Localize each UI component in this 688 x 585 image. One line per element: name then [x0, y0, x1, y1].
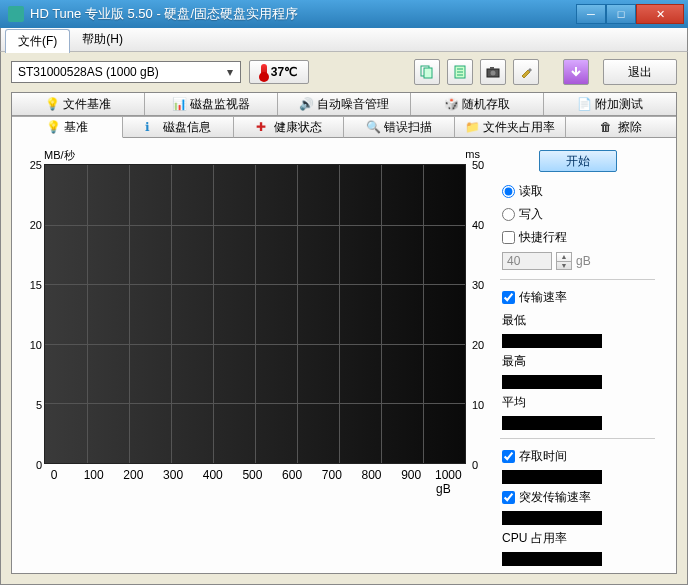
tab-info[interactable]: ℹ磁盘信息 [123, 116, 234, 138]
tab-erase[interactable]: 🗑擦除 [566, 116, 676, 138]
avg-label: 平均 [500, 393, 655, 412]
menu-file[interactable]: 文件(F) [5, 29, 70, 53]
tab-benchmark[interactable]: 💡基准 [12, 116, 123, 138]
screenshot-button[interactable] [480, 59, 506, 85]
svg-rect-1 [424, 68, 432, 78]
app-icon [8, 6, 24, 22]
tab-aam[interactable]: 🔊自动噪音管理 [278, 93, 411, 115]
shortstroke-spinner: ▲▼ [556, 252, 572, 270]
main-panel: 💡文件基准 📊磁盘监视器 🔊自动噪音管理 🎲随机存取 📄附加测试 💡基准 ℹ磁盘… [11, 92, 677, 574]
burst-value [502, 511, 602, 525]
thermometer-icon [261, 64, 267, 80]
dice-icon: 🎲 [444, 97, 458, 111]
shortstroke-input [502, 252, 552, 270]
access-checkbox[interactable] [502, 450, 515, 463]
access-value [502, 470, 602, 484]
sound-icon: 🔊 [299, 97, 313, 111]
bulb-icon: 💡 [46, 120, 60, 134]
min-value [502, 334, 602, 348]
exit-button[interactable]: 退出 [603, 59, 677, 85]
health-icon: ✚ [256, 120, 270, 134]
drive-select-value: ST31000528AS (1000 gB) [18, 65, 222, 79]
tab-disk-monitor[interactable]: 📊磁盘监视器 [145, 93, 278, 115]
shortstroke-check-row[interactable]: 快捷行程 [500, 228, 655, 247]
copy-result-button[interactable] [447, 59, 473, 85]
benchmark-chart: MB/秒 ms 25 20 15 10 5 0 50 40 30 20 10 0… [18, 148, 490, 498]
settings-button[interactable] [513, 59, 539, 85]
trash-icon: 🗑 [600, 120, 614, 134]
burst-checkbox[interactable] [502, 491, 515, 504]
folder-icon: 📁 [465, 120, 479, 134]
write-radio[interactable] [502, 208, 515, 221]
extra-icon: 📄 [577, 97, 591, 111]
y-axis-left-label: MB/秒 [44, 148, 75, 163]
menu-help[interactable]: 帮助(H) [72, 28, 133, 51]
tab-random-access[interactable]: 🎲随机存取 [411, 93, 544, 115]
scan-icon: 🔍 [366, 120, 380, 134]
read-radio-row[interactable]: 读取 [500, 182, 655, 201]
avg-value [502, 416, 602, 430]
tab-folder-usage[interactable]: 📁文件夹占用率 [455, 116, 566, 138]
start-button[interactable]: 开始 [539, 150, 617, 172]
transfer-check-row[interactable]: 传输速率 [500, 288, 655, 307]
svg-rect-5 [490, 67, 494, 69]
info-icon: ℹ [145, 120, 159, 134]
shortstroke-value-row: ▲▼ gB [500, 251, 655, 271]
transfer-checkbox[interactable] [502, 291, 515, 304]
title-bar: HD Tune 专业版 5.50 - 硬盘/固态硬盘实用程序 ─ □ ✕ [0, 0, 688, 28]
max-label: 最高 [500, 352, 655, 371]
cpu-value [502, 552, 602, 566]
chart-canvas [44, 164, 466, 464]
tab-extra-tests[interactable]: 📄附加测试 [544, 93, 676, 115]
maximize-button[interactable]: □ [606, 4, 636, 24]
save-button[interactable] [563, 59, 589, 85]
close-button[interactable]: ✕ [636, 4, 684, 24]
access-check-row[interactable]: 存取时间 [500, 447, 655, 466]
copy-text-button[interactable] [414, 59, 440, 85]
bulb-icon: 💡 [45, 97, 59, 111]
x-axis-ticks: 01002003004005006007008009001000gB [44, 468, 466, 496]
dropdown-icon: ▾ [222, 65, 238, 79]
tab-content: MB/秒 ms 25 20 15 10 5 0 50 40 30 20 10 0… [12, 138, 676, 576]
temperature-display: 37℃ [249, 60, 309, 84]
shortstroke-checkbox[interactable] [502, 231, 515, 244]
toolbar: ST31000528AS (1000 gB) ▾ 37℃ 退出 [1, 52, 687, 92]
burst-check-row[interactable]: 突发传输速率 [500, 488, 655, 507]
write-radio-row[interactable]: 写入 [500, 205, 655, 224]
tab-error-scan[interactable]: 🔍错误扫描 [344, 116, 455, 138]
monitor-icon: 📊 [172, 97, 186, 111]
svg-point-4 [491, 71, 496, 76]
temperature-value: 37℃ [271, 65, 297, 79]
tab-health[interactable]: ✚健康状态 [234, 116, 345, 138]
window-title: HD Tune 专业版 5.50 - 硬盘/固态硬盘实用程序 [30, 5, 576, 23]
min-label: 最低 [500, 311, 655, 330]
minimize-button[interactable]: ─ [576, 4, 606, 24]
cpu-label: CPU 占用率 [500, 529, 655, 548]
tabs-row-bottom: 💡基准 ℹ磁盘信息 ✚健康状态 🔍错误扫描 📁文件夹占用率 🗑擦除 [12, 116, 676, 138]
max-value [502, 375, 602, 389]
drive-select[interactable]: ST31000528AS (1000 gB) ▾ [11, 61, 241, 83]
tab-file-benchmark[interactable]: 💡文件基准 [12, 93, 145, 115]
read-radio[interactable] [502, 185, 515, 198]
side-panel: 开始 读取 写入 快捷行程 ▲▼ gB 传输速率 最低 最高 平均 存取时间 突… [500, 148, 655, 566]
menu-bar: 文件(F) 帮助(H) [0, 28, 688, 52]
tabs-row-top: 💡文件基准 📊磁盘监视器 🔊自动噪音管理 🎲随机存取 📄附加测试 [12, 93, 676, 116]
